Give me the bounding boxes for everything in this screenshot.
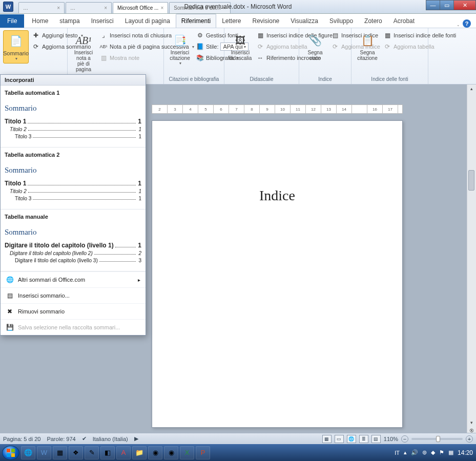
taskbar-excel[interactable]: X (180, 446, 194, 459)
view-draft[interactable]: ▤ (371, 435, 381, 443)
tray-language[interactable]: IT (395, 450, 400, 456)
group-label: Didascalie (227, 75, 296, 83)
svg-rect-1 (11, 449, 15, 452)
tab-stampa[interactable]: stampa (54, 14, 85, 28)
zoom-slider-handle[interactable] (436, 436, 440, 442)
tab-visualizza[interactable]: Visualizza (285, 14, 324, 28)
tray-icon[interactable]: ▦ (448, 449, 453, 456)
tray-icon[interactable]: ◆ (431, 449, 435, 456)
view-fullscreen[interactable]: ▭ (335, 435, 344, 443)
ruler-tick: 14 (337, 105, 352, 113)
page-indicator[interactable]: Pagina: 5 di 20 (3, 436, 40, 442)
view-web[interactable]: 🌐 (347, 435, 356, 443)
zoom-slider[interactable] (411, 438, 463, 440)
taskbar-app[interactable]: ❖ (69, 446, 83, 459)
zoom-in-button[interactable]: + (466, 435, 473, 443)
ribbon-help-area: ˬ ? (457, 19, 476, 28)
taskbar-chrome[interactable]: ◉ (164, 446, 178, 459)
tab-revisione[interactable]: Revisione (247, 14, 285, 28)
inserisci-nota-button[interactable]: AB¹ Inserisci nota a piè di pagina (71, 30, 96, 74)
segna-citazione-button[interactable]: 📋 Segna citazione (355, 30, 380, 63)
windows-taskbar: 🌐 W ▦ ❖ ✎ ◧ A 📁 ◉ ◉ X P IT ▴ 🔊 ⊚ ◆ ⚑ ▦ 1… (0, 444, 476, 461)
scroll-thumb[interactable] (468, 170, 474, 191)
toc-gallery-item[interactable]: Tabella automatica 1SommarioTitolo 11Tit… (1, 86, 146, 148)
tray-clock[interactable]: 14:20 (458, 449, 473, 456)
maximize-button[interactable]: ▭ (440, 0, 454, 10)
toc-gallery-item[interactable]: Tabella manualeSommarioDigitare il titol… (1, 209, 146, 271)
tab-layout[interactable]: Layout di pagina (119, 14, 176, 28)
zoom-level[interactable]: 110% (384, 436, 398, 442)
group-label: Citazioni e bibliografia (167, 75, 221, 83)
word-count[interactable]: Parole: 974 (47, 436, 75, 442)
more-office-item[interactable]: 🌐 Altri sommari di Office.com ▸ (1, 271, 146, 287)
btn-label: Segna voce (305, 50, 325, 61)
taskbar-word[interactable]: W (37, 446, 51, 459)
save-gallery-icon: 💾 (6, 323, 14, 331)
tab-acrobat[interactable]: Acrobat (388, 14, 420, 28)
btn-label: Inserisci citazione (170, 50, 190, 61)
ribbon-group-indice: 📎 Segna voce ▤Inserisci indice ⟳Aggiorna… (299, 28, 351, 84)
insert-sommario-item[interactable]: ▤ Inserisci sommario... (1, 287, 146, 303)
window-tab-active[interactable]: Microsoft Office ...× (113, 2, 168, 13)
taskbar-chrome[interactable]: ◉ (148, 446, 162, 459)
close-button[interactable]: ✕ (453, 0, 476, 10)
gallery-item-title: Tabella manuale (5, 214, 141, 220)
sommario-button[interactable]: 📄 Sommario ▾ (3, 30, 29, 64)
view-outline[interactable]: ≣ (359, 435, 368, 443)
tray-show-hidden-icon[interactable]: ▴ (404, 449, 407, 456)
tab-riferimenti[interactable]: Riferimenti (176, 14, 216, 28)
footnote-icon: AB¹ (75, 32, 92, 49)
tray-network-icon[interactable]: ⊚ (422, 449, 427, 456)
window-tab-label: Microsoft Office ... (117, 5, 158, 11)
citation-icon: 📑 (172, 32, 188, 49)
help-icon[interactable]: ? (463, 19, 471, 28)
language-indicator[interactable]: Italiano (Italia) (93, 436, 128, 442)
ribbon-minimize-icon[interactable]: ˬ (457, 21, 460, 26)
taskbar-app[interactable]: ◧ (100, 446, 115, 459)
view-print-layout[interactable]: ▦ (322, 435, 332, 443)
taskbar-ie[interactable]: 🌐 (21, 446, 35, 459)
authorities-icon: ▦ (383, 31, 391, 39)
taskbar-explorer[interactable]: 📁 (132, 446, 147, 459)
zoom-out-button[interactable]: − (401, 435, 408, 443)
toc-preview-heading: Sommario (5, 228, 141, 237)
taskbar-app[interactable]: ✎ (85, 446, 99, 459)
vertical-scrollbar[interactable]: ▴ ▾ ⦿ ▾ (467, 85, 476, 443)
save-selection-item: 💾 Salva selezione nella raccolta sommari… (1, 319, 146, 335)
window-tab[interactable]: …× (18, 2, 65, 13)
ruler-tick: 13 (321, 105, 337, 113)
remove-sommario-item[interactable]: ✖ Rimuovi sommario (1, 303, 146, 319)
tab-sviluppo[interactable]: Sviluppo (324, 14, 359, 28)
segna-voce-button[interactable]: 📎 Segna voce (302, 30, 328, 63)
window-tab[interactable]: Sommari indi e dot...× (169, 2, 231, 13)
start-button[interactable] (2, 446, 19, 460)
file-tab[interactable]: File (0, 14, 24, 28)
window-tab[interactable]: …× (66, 2, 112, 13)
tab-lettere[interactable]: Lettere (216, 14, 246, 28)
horizontal-ruler[interactable]: 2345678910111213141617 (152, 104, 403, 114)
tray-volume-icon[interactable]: 🔊 (411, 449, 418, 456)
minimize-button[interactable]: — (426, 0, 440, 10)
indice-fonti-button[interactable]: ▦Inserisci indice delle fonti (382, 30, 457, 40)
scroll-down-icon[interactable]: ▾ (467, 418, 476, 427)
proofing-icon[interactable]: ✔ (82, 435, 87, 442)
taskbar-powerpoint[interactable]: P (196, 446, 210, 459)
document-page[interactable]: Indice (152, 120, 403, 428)
tab-zotero[interactable]: Zotero (359, 14, 388, 28)
btn-label: Segna citazione (357, 50, 377, 61)
toc-gallery-item[interactable]: Tabella automatica 2SommarioTitolo 11Tit… (1, 148, 146, 209)
taskbar-app[interactable]: ▦ (53, 446, 67, 459)
inserisci-didascalia-button[interactable]: 🖼 Inserisci didascalia (227, 30, 253, 63)
tab-home[interactable]: Home (26, 14, 54, 28)
taskbar-pdf[interactable]: A (116, 446, 131, 459)
refresh-icon: ⟳ (32, 43, 40, 51)
tab-inserisci[interactable]: Inserisci (86, 14, 119, 28)
tray-icon[interactable]: ⚑ (439, 449, 444, 456)
inserisci-citazione-button[interactable]: 📑 Inserisci citazione▾ (167, 30, 193, 68)
macro-icon[interactable]: ▶ (134, 435, 138, 442)
scroll-up-icon[interactable]: ▴ (467, 85, 476, 93)
mark-citation-icon: 📋 (359, 32, 376, 49)
toc-preview-heading: Sommario (5, 104, 141, 113)
aggiorna-tabella-fonti-button[interactable]: ⟳Aggiorna tabella (382, 41, 457, 52)
word-app-icon: W (3, 2, 13, 12)
